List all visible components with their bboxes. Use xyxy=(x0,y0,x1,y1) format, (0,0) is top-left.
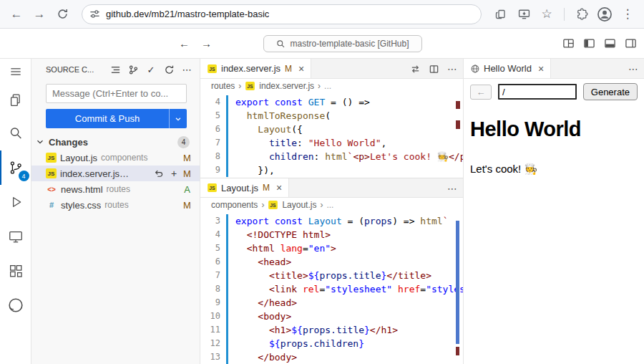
file-folder: routes xyxy=(104,200,180,210)
css-file-icon: # xyxy=(46,200,57,211)
close-icon[interactable]: × xyxy=(276,183,282,193)
extensions-icon[interactable] xyxy=(0,254,31,288)
code-line[interactable]: 7 <title>${props.title}</title> xyxy=(200,269,463,282)
code-line[interactable]: 9 }), xyxy=(200,163,463,177)
breadcrumb-folder[interactable]: routes xyxy=(211,81,235,91)
command-center-search[interactable]: mastro-template-basic [GitHub] xyxy=(263,35,422,52)
remote-explorer-icon[interactable] xyxy=(0,219,31,254)
layout-controls xyxy=(562,29,637,58)
line-number: 9 xyxy=(200,296,220,310)
address-bar[interactable]: github.dev/mb21/mastro-template-basic xyxy=(82,4,482,24)
page-copy-icon[interactable] xyxy=(492,4,510,24)
preview-url-input[interactable] xyxy=(498,84,577,100)
history-forward-icon[interactable]: → xyxy=(201,37,212,49)
browser-back-icon[interactable]: ← xyxy=(7,4,26,24)
file-row-index-server-js[interactable]: JS index.server.js… + M xyxy=(31,166,200,181)
overview-ruler-mark xyxy=(456,120,460,129)
file-row-layout-js[interactable]: JS Layout.js components M xyxy=(31,150,200,166)
file-row-styles-css[interactable]: # styles.css routes M xyxy=(31,197,200,213)
breadcrumb-symbol[interactable]: ... xyxy=(326,200,333,210)
explorer-icon[interactable] xyxy=(0,85,31,116)
scrollbar-thumb[interactable] xyxy=(456,221,459,344)
commit-dropdown-icon[interactable] xyxy=(169,109,187,128)
breadcrumb-folder[interactable]: components xyxy=(211,200,258,210)
generate-button[interactable]: Generate xyxy=(583,83,638,100)
code-lines-top: 4export const GET = () =>5 htmlToRespons… xyxy=(200,95,463,177)
code-line[interactable]: 4export const GET = () => xyxy=(200,95,463,109)
breadcrumb-symbol[interactable]: ... xyxy=(324,81,331,91)
git-status-modified: M xyxy=(183,153,191,163)
code-line[interactable]: 12 ${props.children} xyxy=(200,337,463,350)
source-control-icon[interactable]: 4 xyxy=(0,150,31,185)
code-line[interactable]: 10 <body> xyxy=(200,310,463,323)
toggle-panel-icon[interactable] xyxy=(604,37,616,49)
breadcrumb[interactable]: components › JS Layout.js › ... xyxy=(200,198,463,212)
refresh-icon[interactable] xyxy=(163,64,175,75)
menu-icon[interactable] xyxy=(0,59,31,85)
site-settings-icon[interactable] xyxy=(89,9,100,19)
tab-modified-badge: M xyxy=(263,183,270,193)
github-icon[interactable] xyxy=(0,288,31,322)
tab-index-server-js[interactable]: JS index.server.js M × xyxy=(200,59,311,78)
extensions-puzzle-icon[interactable] xyxy=(572,4,591,24)
line-number: 10 xyxy=(200,310,220,323)
tab-layout-js[interactable]: JS Layout.js M × xyxy=(200,178,289,197)
close-icon[interactable]: × xyxy=(538,64,544,74)
line-number: 6 xyxy=(200,123,220,136)
file-folder: components xyxy=(101,153,180,163)
commit-message-input[interactable] xyxy=(46,84,187,103)
git-status-modified: M xyxy=(183,168,191,179)
bookmark-star-icon[interactable]: ☆ xyxy=(537,4,556,24)
code-editor-index-server-js[interactable]: 4export const GET = () =>5 htmlToRespons… xyxy=(200,93,463,178)
toggle-primary-sidebar-icon[interactable] xyxy=(583,37,595,49)
code-line[interactable]: 8 <link rel="stylesheet" href="styles.c xyxy=(200,282,463,296)
code-line[interactable]: 3export const Layout = (props) => html` xyxy=(200,214,463,228)
code-line[interactable]: 5 htmlToResponse( xyxy=(200,109,463,123)
preview-back-button[interactable]: ← xyxy=(470,85,492,100)
commit-push-button[interactable]: Commit & Push xyxy=(46,109,187,128)
line-number: 6 xyxy=(200,255,220,269)
overview-ruler-mark xyxy=(456,347,459,355)
code-line[interactable]: 4 <!DOCTYPE html> xyxy=(200,228,463,241)
code-line[interactable]: 9 </head> xyxy=(200,296,463,310)
code-line[interactable]: 6 <head> xyxy=(200,255,463,269)
code-line[interactable]: 5 <html lang="en"> xyxy=(200,241,463,255)
view-as-list-icon[interactable] xyxy=(109,64,121,75)
split-editor-icon[interactable] xyxy=(429,64,439,75)
tab-hello-world[interactable]: Hello World × xyxy=(464,59,551,78)
more-actions-icon[interactable]: ⋯ xyxy=(447,64,457,74)
breadcrumb-file[interactable]: index.server.js xyxy=(259,81,314,91)
more-actions-icon[interactable]: ⋯ xyxy=(447,183,457,193)
source-control-graph-icon[interactable] xyxy=(127,64,139,75)
more-actions-icon[interactable]: ⋯ xyxy=(628,64,638,74)
open-changes-icon[interactable] xyxy=(410,64,421,75)
code-line[interactable]: 11 <h1>${props.title}</h1> xyxy=(200,323,463,337)
search-icon[interactable] xyxy=(0,116,31,150)
breadcrumb[interactable]: routes › JS index.server.js › ... xyxy=(200,79,463,93)
toggle-secondary-sidebar-icon[interactable] xyxy=(625,37,637,49)
code-editor-layout-js[interactable]: 3export const Layout = (props) => html`4… xyxy=(200,212,463,364)
profile-avatar-icon[interactable] xyxy=(595,4,614,24)
code-line[interactable]: 13 </body> xyxy=(200,350,463,364)
install-app-icon[interactable] xyxy=(514,4,533,24)
html-file-icon: <> xyxy=(46,184,57,195)
code-line[interactable]: 7 title: "Hello World", xyxy=(200,136,463,150)
code-line[interactable]: 6 Layout({ xyxy=(200,123,463,136)
changes-section-header[interactable]: Changes 4 xyxy=(31,134,200,150)
breadcrumb-file[interactable]: Layout.js xyxy=(282,200,316,210)
reload-icon[interactable] xyxy=(53,4,72,24)
stage-plus-icon[interactable]: + xyxy=(168,168,180,179)
discard-changes-icon[interactable] xyxy=(153,168,165,179)
run-debug-icon[interactable] xyxy=(0,185,31,219)
code-line[interactable]: 8 children: html`<p>Let's cook! 🧑‍🍳</p>`… xyxy=(200,150,463,163)
browser-forward-icon[interactable]: → xyxy=(30,4,49,24)
commit-check-icon[interactable]: ✓ xyxy=(145,64,157,75)
customize-layout-icon[interactable] xyxy=(562,37,575,49)
browser-menu-icon[interactable]: ⋮ xyxy=(618,4,637,24)
file-row-news-html[interactable]: <> news.html routes A xyxy=(31,181,200,197)
preview-paragraph: Let's cook! 🧑‍🍳 xyxy=(470,163,637,176)
close-icon[interactable]: × xyxy=(298,64,304,74)
history-back-icon[interactable]: ← xyxy=(179,37,190,49)
sidebar-title: SOURCE C... xyxy=(46,65,103,74)
more-actions-icon[interactable]: ⋯ xyxy=(181,64,192,75)
